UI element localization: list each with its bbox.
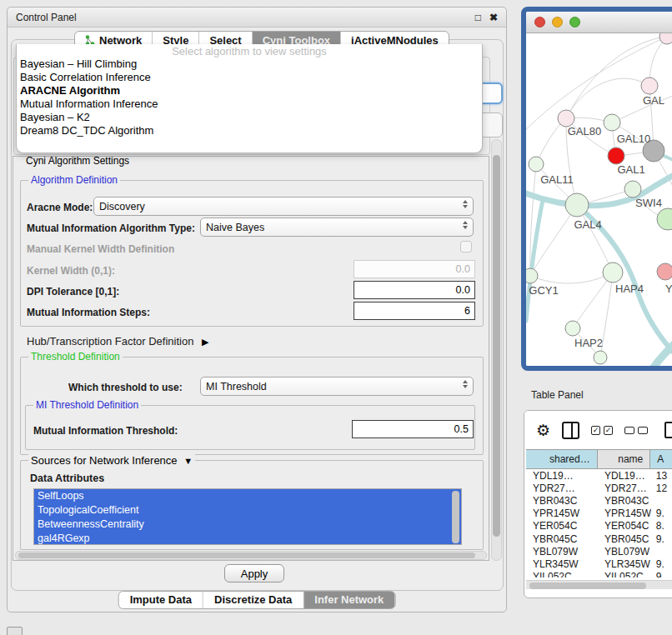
dpi-tolerance-field[interactable]: 0.0 (354, 281, 475, 299)
deselect-all-icon[interactable] (624, 427, 648, 434)
attribute-list-item[interactable]: TopologicalCoefficient (34, 503, 461, 518)
table-cell: YER054C (598, 520, 651, 532)
close-window-icon[interactable] (534, 17, 545, 28)
table-body: YDL19…YDL19…13YDR27…YDR27…12YBR043CYBR04… (526, 469, 672, 578)
kernel-width-field[interactable]: 0.0 (354, 260, 475, 278)
spinner-arrows-icon (463, 221, 468, 229)
table-row[interactable]: YPR145WYPR145W9. (526, 508, 672, 520)
network-node[interactable] (594, 351, 607, 364)
table-horizontal-scrollbar[interactable] (526, 580, 672, 589)
table-cell: YDR27… (526, 482, 598, 494)
which-threshold-select[interactable]: MI Threshold (200, 377, 474, 396)
network-node[interactable] (526, 268, 538, 283)
collapsed-panel-icon[interactable] (7, 627, 23, 635)
mi-steps-field[interactable]: 6 (354, 302, 475, 320)
algorithm-option[interactable]: Mutual Information Inference (17, 98, 482, 111)
mi-threshold-group-title: MI Threshold Definition (33, 399, 141, 411)
network-node-label: Y (665, 282, 672, 295)
table-row[interactable]: YER054CYER054C8. (526, 520, 672, 532)
data-attributes-list[interactable]: SelfLoopsTopologicalCoefficientBetweenne… (33, 488, 462, 545)
column-header-name[interactable]: name (598, 450, 651, 468)
select-all-icon[interactable]: ✓✓ (591, 426, 613, 435)
table-cell: YBR045C (598, 533, 651, 545)
mi-threshold-field[interactable]: 0.5 (352, 420, 474, 438)
settings-group-title: Cyni Algorithm Settings (23, 156, 132, 167)
aracne-mode-select[interactable]: Discovery (93, 197, 474, 216)
algorithm-options: Bayesian – Hill ClimbingBasic Correlatio… (17, 58, 482, 138)
table-cell: YLR345W (526, 558, 598, 570)
zoom-window-icon[interactable] (569, 17, 580, 28)
network-canvas[interactable]: GALGAL80GAL10GAL1GAL11SWI4GAL4GCY1HAP4YH… (526, 33, 672, 366)
split-columns-icon[interactable] (562, 422, 579, 439)
table-cell: YIL052C (598, 571, 651, 578)
attribute-list-item[interactable]: SelfLoops (34, 489, 461, 503)
network-node[interactable] (604, 114, 620, 131)
network-node[interactable] (657, 208, 672, 230)
new-table-icon[interactable] (664, 422, 672, 438)
network-node[interactable] (608, 148, 624, 164)
table-row[interactable]: YBR043CYBR043C (526, 494, 672, 507)
algorithm-option[interactable]: Basic Correlation Inference (17, 71, 482, 84)
mi-steps-label: Mutual Information Steps: (27, 307, 150, 318)
manual-kernel-label: Manual Kernel Width Definition (27, 243, 174, 255)
tab-infer-network[interactable]: Infer Network (303, 592, 394, 608)
spinner-arrows-icon (463, 380, 468, 388)
algorithm-option[interactable]: ARACNE Algorithm (17, 84, 482, 98)
node-table: shared… name A YDL19…YDL19…13YDR27…YDR27… (526, 449, 672, 578)
dpi-tolerance-label: DPI Tolerance [0,1]: (27, 286, 119, 298)
manual-kernel-checkbox[interactable] (460, 241, 472, 252)
table-row[interactable]: YBR045CYBR045C9. (526, 532, 672, 545)
network-node[interactable] (659, 33, 672, 44)
network-node-label: GAL11 (540, 173, 574, 186)
sources-group-title[interactable]: Sources for Network Inference ▼ (28, 454, 195, 467)
network-node-label: GAL (643, 94, 664, 107)
tab-impute-data[interactable]: Impute Data (119, 592, 203, 608)
table-row[interactable]: YBL079WYBL079W (526, 545, 672, 558)
table-panel-title: Table Panel (531, 389, 584, 401)
column-header-shared-name[interactable]: shared… (526, 450, 598, 468)
table-row[interactable]: YDL19…YDL19…13 (526, 469, 672, 482)
settings-vertical-scrollbar[interactable] (491, 139, 502, 561)
table-cell: YLR345W (598, 558, 651, 570)
table-cell: YBR043C (598, 495, 651, 507)
settings-horizontal-scrollbar[interactable] (15, 551, 487, 560)
network-node[interactable] (603, 262, 623, 282)
network-node[interactable] (641, 78, 658, 94)
cyni-algorithm-settings-panel: Cyni Algorithm Settings Algorithm Defini… (13, 156, 489, 561)
apply-button[interactable]: Apply (224, 564, 284, 582)
hub-definition-toggle[interactable]: Hub/Transcription Factor Definition ▶ (27, 335, 208, 348)
network-node-label: GCY1 (529, 284, 558, 297)
table-cell: 9. (651, 533, 672, 545)
network-node[interactable] (565, 321, 580, 336)
table-cell: YIL052C (526, 571, 598, 578)
network-node-label: SWI4 (635, 197, 662, 209)
close-panel-icon[interactable]: ✖ (489, 12, 498, 22)
table-cell: YPR145W (526, 508, 598, 519)
table-toolbar: ⚙ ✓✓ (524, 411, 672, 449)
algorithm-dropdown-placeholder: Select algorithm to view settings (17, 45, 482, 58)
network-node[interactable] (624, 181, 641, 198)
algorithm-option[interactable]: Bayesian – Hill Climbing (17, 58, 482, 71)
tab-discretize-data[interactable]: Discretize Data (203, 592, 303, 608)
network-view-window: GALGAL80GAL10GAL1GAL11SWI4GAL4GCY1HAP4YH… (521, 7, 672, 371)
minimize-window-icon[interactable] (552, 17, 563, 28)
table-row[interactable]: YLR345WYLR345W9. (526, 558, 672, 570)
attribute-list-item[interactable]: gal4RGexp (34, 532, 461, 545)
column-header-clipped[interactable]: A (650, 450, 672, 468)
network-node[interactable] (565, 193, 589, 217)
network-node[interactable] (657, 263, 672, 280)
table-cell: YBR043C (526, 495, 598, 507)
float-panel-icon[interactable]: □ (475, 12, 481, 22)
attribute-list-item[interactable]: BetweennessCentrality (34, 518, 461, 532)
table-cell: 13 (651, 470, 672, 482)
algorithm-option[interactable]: Dream8 DC_TDC Algorithm (17, 124, 482, 138)
algorithm-option[interactable]: Bayesian – K2 (17, 111, 482, 124)
table-row[interactable]: YDR27…YDR27…12 (526, 482, 672, 494)
network-node[interactable] (529, 157, 544, 172)
attributes-list-scrollbar[interactable] (452, 491, 459, 543)
gear-icon[interactable]: ⚙ (536, 422, 550, 438)
network-node[interactable] (558, 110, 574, 127)
control-panel-title: Control Panel (16, 12, 77, 23)
table-row[interactable]: YIL052CYIL052C9. (526, 571, 672, 578)
mi-type-select[interactable]: Naive Bayes (200, 218, 474, 237)
